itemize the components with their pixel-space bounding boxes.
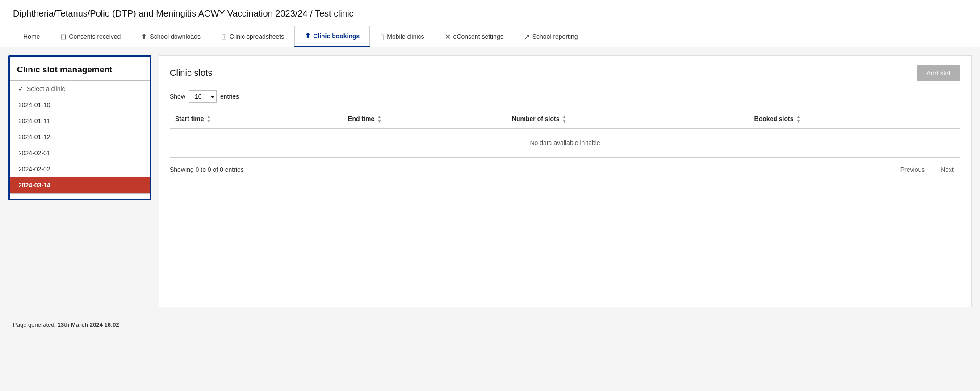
clinic-dropdown-wrapper: ✓Select a clinic2024-01-102024-01-112024… xyxy=(10,80,150,194)
clinic-item-2024-02-01[interactable]: 2024-02-01 xyxy=(10,145,150,161)
right-panel: Clinic slots Add slot Show 102550100 ent… xyxy=(159,55,972,307)
clinic-dropdown-list: ✓Select a clinic2024-01-102024-01-112024… xyxy=(10,80,150,194)
tab-label-mobile-clinics: Mobile clinics xyxy=(387,33,424,40)
col-end-time[interactable]: End time▲▼ xyxy=(343,110,507,129)
sort-arrows-booked-slots: ▲▼ xyxy=(796,115,800,124)
consents-received-icon: ⊡ xyxy=(60,33,66,41)
nav-tabs: Home⊡Consents received⬆School downloads⊞… xyxy=(13,26,967,47)
tab-label-consents-received: Consents received xyxy=(69,33,121,40)
sidebar-panel-title: Clinic slot management xyxy=(10,57,150,80)
showing-text: Showing 0 to 0 of 0 entries xyxy=(170,166,244,173)
tab-label-clinic-spreadsheets: Clinic spreadsheets xyxy=(230,33,284,40)
show-label: Show xyxy=(170,93,185,100)
right-panel-header: Clinic slots Add slot xyxy=(170,65,960,81)
sort-arrows-end-time: ▲▼ xyxy=(377,115,381,124)
no-data-message: No data available in table xyxy=(170,129,960,158)
sidebar-panel: Clinic slot management ✓Select a clinic2… xyxy=(8,55,151,200)
main-content: Clinic slot management ✓Select a clinic2… xyxy=(0,47,980,315)
tab-econsent-settings[interactable]: ✕eConsent settings xyxy=(435,26,514,47)
col-number-of-slots[interactable]: Number of slots▲▼ xyxy=(507,110,749,129)
tab-label-econsent-settings: eConsent settings xyxy=(453,33,503,40)
entries-label: entries xyxy=(220,93,239,100)
clinic-bookings-icon: ⬆ xyxy=(305,32,310,40)
top-header: Diphtheria/Tetanus/Polio (DTP) and Menin… xyxy=(0,0,980,47)
col-label-end-time: End time xyxy=(348,115,374,122)
table-header-row: Start time▲▼End time▲▼Number of slots▲▼B… xyxy=(170,110,960,129)
tab-label-home: Home xyxy=(23,33,40,40)
table-controls: Show 102550100 entries xyxy=(170,90,960,103)
col-label-start-time: Start time xyxy=(175,115,204,122)
no-data-row: No data available in table xyxy=(170,129,960,158)
tab-home[interactable]: Home xyxy=(13,26,50,47)
tab-label-school-reporting: School reporting xyxy=(532,33,578,40)
sort-arrows-start-time: ▲▼ xyxy=(207,115,211,124)
tab-clinic-bookings[interactable]: ⬆Clinic bookings xyxy=(294,26,370,47)
data-table: Start time▲▼End time▲▼Number of slots▲▼B… xyxy=(170,110,960,158)
clinic-item-2024-03-14[interactable]: 2024-03-14 xyxy=(10,177,150,193)
col-booked-slots[interactable]: Booked slots▲▼ xyxy=(749,110,960,129)
col-label-number-of-slots: Number of slots xyxy=(512,115,560,122)
col-label-booked-slots: Booked slots xyxy=(754,115,794,122)
clinic-item-2024-01-11[interactable]: 2024-01-11 xyxy=(10,113,150,129)
school-downloads-icon: ⬆ xyxy=(141,33,147,41)
col-start-time[interactable]: Start time▲▼ xyxy=(170,110,343,129)
entries-select[interactable]: 102550100 xyxy=(189,90,217,103)
next-button[interactable]: Next xyxy=(934,163,960,176)
tab-school-reporting[interactable]: ↗School reporting xyxy=(514,26,588,47)
sort-arrows-number-of-slots: ▲▼ xyxy=(562,115,566,124)
tab-consents-received[interactable]: ⊡Consents received xyxy=(50,26,131,47)
add-slot-button[interactable]: Add slot xyxy=(917,65,960,81)
table-footer: Showing 0 to 0 of 0 entries Previous Nex… xyxy=(170,163,960,176)
clinic-select-placeholder[interactable]: ✓Select a clinic xyxy=(10,81,150,97)
tab-label-clinic-bookings: Clinic bookings xyxy=(313,33,360,40)
previous-button[interactable]: Previous xyxy=(894,163,931,176)
tab-clinic-spreadsheets[interactable]: ⊞Clinic spreadsheets xyxy=(211,26,294,47)
clinic-item-2024-02-02[interactable]: 2024-02-02 xyxy=(10,161,150,177)
econsent-settings-icon: ✕ xyxy=(445,33,451,41)
clinic-spreadsheets-icon: ⊞ xyxy=(221,33,227,41)
table-body: No data available in table xyxy=(170,129,960,158)
mobile-clinics-icon: ▯ xyxy=(380,33,384,41)
page-footer: Page generated: 13th March 2024 16:02 xyxy=(0,315,980,334)
page-wrapper: Diphtheria/Tetanus/Polio (DTP) and Menin… xyxy=(0,0,980,391)
tab-mobile-clinics[interactable]: ▯Mobile clinics xyxy=(370,26,434,47)
footer-prefix: Page generated: xyxy=(13,321,56,328)
main-nav: Home⊡Consents received⬆School downloads⊞… xyxy=(13,26,967,47)
page-title: Diphtheria/Tetanus/Polio (DTP) and Menin… xyxy=(13,8,967,19)
table-head: Start time▲▼End time▲▼Number of slots▲▼B… xyxy=(170,110,960,129)
clinic-item-2024-01-12[interactable]: 2024-01-12 xyxy=(10,129,150,145)
tab-school-downloads[interactable]: ⬆School downloads xyxy=(131,26,211,47)
pagination-buttons: Previous Next xyxy=(894,163,960,176)
tab-label-school-downloads: School downloads xyxy=(150,33,201,40)
clinic-slots-title: Clinic slots xyxy=(170,68,213,78)
school-reporting-icon: ↗ xyxy=(524,33,530,41)
clinic-item-2024-01-10[interactable]: 2024-01-10 xyxy=(10,97,150,113)
footer-date: 13th March 2024 16:02 xyxy=(58,321,119,328)
